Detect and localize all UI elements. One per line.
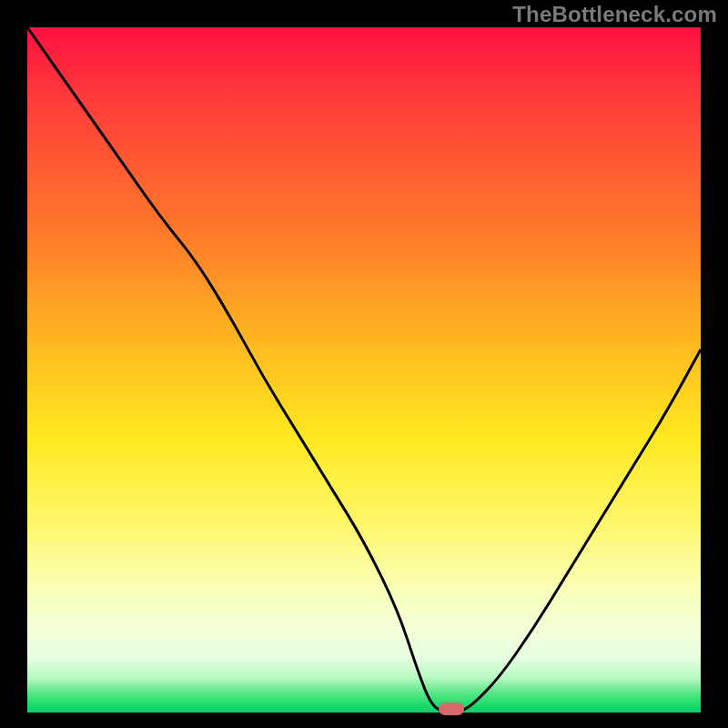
attribution-text: TheBottleneck.com [512, 2, 717, 27]
bottleneck-curve-path [27, 27, 701, 713]
curve-svg [27, 27, 701, 713]
plot-area [27, 27, 701, 713]
chart-frame: TheBottleneck.com [0, 0, 728, 728]
optimal-point-marker [439, 703, 464, 715]
